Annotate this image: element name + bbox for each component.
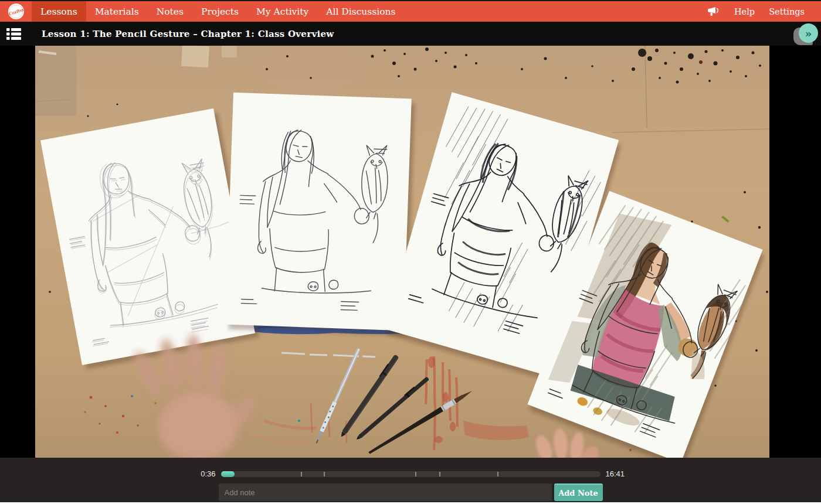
nav-spacer bbox=[405, 1, 701, 22]
top-nav: Craftsy Lessons Materials Notes Projects… bbox=[0, 0, 821, 22]
nav-item-materials[interactable]: Materials bbox=[86, 1, 148, 22]
nav-item-notes[interactable]: Notes bbox=[148, 1, 192, 22]
nav-item-my-activity[interactable]: My Activity bbox=[247, 1, 317, 22]
lesson-title: Lesson 1: The Pencil Gesture – Chapter 1… bbox=[42, 29, 334, 39]
progress-bar[interactable] bbox=[221, 471, 601, 477]
announcements-megaphone-icon[interactable] bbox=[701, 6, 727, 16]
help-link[interactable]: Help bbox=[727, 7, 762, 16]
expand-chevrons-icon: » bbox=[799, 23, 818, 43]
settings-link[interactable]: Settings bbox=[762, 7, 812, 16]
lesson-bar: Lesson 1: The Pencil Gesture – Chapter 1… bbox=[0, 22, 821, 46]
chapter-marker bbox=[439, 472, 440, 476]
progress-row: 0:36 16:41 bbox=[0, 469, 821, 478]
nav-item-all-discussions[interactable]: All Discussions bbox=[317, 1, 404, 22]
brand-logo[interactable]: Craftsy bbox=[0, 1, 32, 22]
sketch-paper-2-pen bbox=[225, 93, 415, 336]
craftsy-stamp-icon: Craftsy bbox=[8, 3, 25, 20]
video-player[interactable] bbox=[35, 46, 769, 458]
video-stage bbox=[0, 46, 821, 458]
current-time: 0:36 bbox=[196, 469, 216, 478]
video-frame bbox=[35, 46, 769, 458]
total-time: 16:41 bbox=[606, 469, 626, 478]
nav-right: Help Settings bbox=[701, 1, 821, 22]
chapter-marker bbox=[415, 472, 416, 476]
chapter-marker bbox=[497, 472, 498, 476]
chapter-marker bbox=[301, 472, 302, 476]
discussion-panel-toggle[interactable]: » bbox=[793, 23, 821, 47]
note-row: Add Note bbox=[0, 483, 821, 501]
chapter-marker bbox=[324, 472, 325, 476]
player-bar: 0:36 16:41 Add Note bbox=[0, 458, 821, 504]
add-note-input[interactable] bbox=[219, 483, 552, 501]
add-note-button[interactable]: Add Note bbox=[554, 483, 603, 501]
progress-played bbox=[221, 471, 235, 477]
app-window: Craftsy Lessons Materials Notes Projects… bbox=[0, 0, 821, 504]
nav-item-lessons[interactable]: Lessons bbox=[32, 1, 86, 22]
nav-item-projects[interactable]: Projects bbox=[192, 1, 247, 22]
chapter-list-icon[interactable] bbox=[6, 26, 22, 42]
